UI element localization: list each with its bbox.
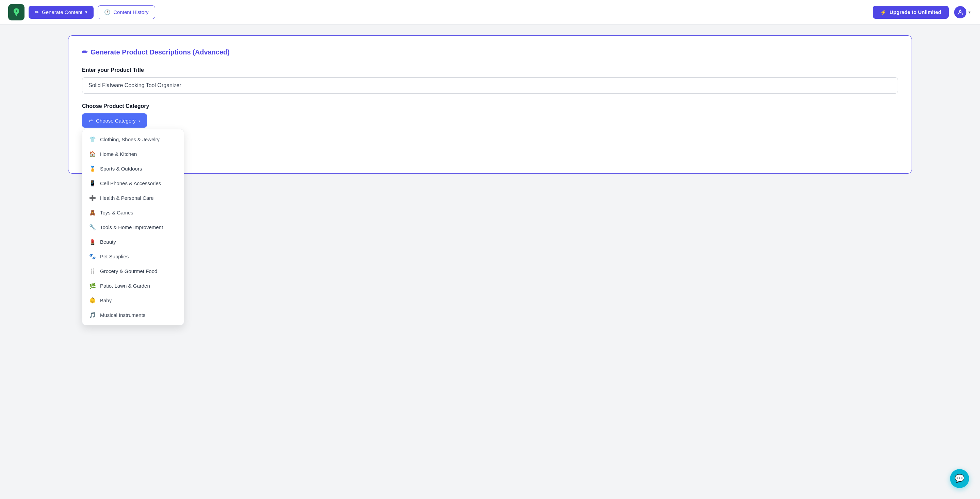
header-left: ✏ Generate Content ▾ 🕐 Content History xyxy=(8,4,873,21)
category-icon: 🍴 xyxy=(89,268,96,274)
category-icon: 🎵 xyxy=(89,312,96,318)
category-dropdown-item[interactable]: 👕Clothing, Shoes & Jewelry xyxy=(82,132,184,147)
category-label: Tools & Home Improvement xyxy=(100,224,163,230)
clock-icon: 🕐 xyxy=(104,9,111,15)
product-title-group: Enter your Product Title xyxy=(82,67,898,94)
app-logo xyxy=(8,4,24,21)
choose-category-label: Choose Category xyxy=(96,118,136,124)
product-category-label: Choose Product Category xyxy=(82,103,898,109)
category-dropdown-item[interactable]: 🍴Grocery & Gourmet Food xyxy=(82,264,184,279)
category-icon: 📱 xyxy=(89,180,96,187)
category-icon: 🐾 xyxy=(89,253,96,260)
avatar xyxy=(954,6,966,18)
category-dropdown-item[interactable]: 💄Beauty xyxy=(82,234,184,249)
category-dropdown-item[interactable]: 📱Cell Phones & Accessories xyxy=(82,176,184,191)
category-label: Grocery & Gourmet Food xyxy=(100,268,157,274)
category-label: Patio, Lawn & Garden xyxy=(100,283,150,289)
category-icon: 🔧 xyxy=(89,224,96,230)
category-label: Home & Kitchen xyxy=(100,151,137,157)
upgrade-button[interactable]: ⚡ Upgrade to Unlimited xyxy=(873,6,949,19)
card-pencil-icon: ✏ xyxy=(82,48,88,56)
choose-category-button[interactable]: ⇌ Choose Category › xyxy=(82,113,147,128)
chat-icon: 💬 xyxy=(955,474,965,483)
category-dropdown-item[interactable]: 🎵Musical Instruments xyxy=(82,308,184,322)
product-description-card: ✏ Generate Product Descriptions (Advance… xyxy=(68,35,912,174)
product-title-input[interactable] xyxy=(82,77,898,94)
category-label: Baby xyxy=(100,298,111,303)
category-dropdown-item[interactable]: 🔧Tools & Home Improvement xyxy=(82,220,184,234)
main-content: ✏ Generate Product Descriptions (Advance… xyxy=(0,24,980,185)
pencil-icon: ✏ xyxy=(35,9,39,15)
filter-icon: ⇌ xyxy=(89,118,93,124)
category-icon: 🏅 xyxy=(89,166,96,172)
arrow-icon: › xyxy=(138,118,140,124)
content-history-label: Content History xyxy=(113,9,148,15)
svg-point-0 xyxy=(959,11,961,12)
category-dropdown-item[interactable]: 🏠Home & Kitchen xyxy=(82,147,184,161)
user-menu-button[interactable]: ▾ xyxy=(953,5,972,20)
category-label: Toys & Games xyxy=(100,210,134,215)
category-dropdown-item[interactable]: ➕Health & Personal Care xyxy=(82,191,184,205)
category-dropdown: 👕Clothing, Shoes & Jewelry🏠Home & Kitche… xyxy=(82,129,184,325)
product-title-label: Enter your Product Title xyxy=(82,67,898,73)
category-icon: ➕ xyxy=(89,195,96,201)
category-icon: 🧸 xyxy=(89,209,96,216)
generate-content-button[interactable]: ✏ Generate Content ▾ xyxy=(29,6,94,19)
category-label: Pet Supplies xyxy=(100,253,129,259)
generate-content-label: Generate Content xyxy=(42,9,82,15)
category-icon: 🏠 xyxy=(89,151,96,157)
category-dropdown-item[interactable]: 🏅Sports & Outdoors xyxy=(82,161,184,176)
upgrade-label: Upgrade to Unlimited xyxy=(889,9,941,15)
category-icon: 💄 xyxy=(89,239,96,245)
category-icon: 👶 xyxy=(89,297,96,304)
lightning-icon: ⚡ xyxy=(880,9,887,15)
category-label: Beauty xyxy=(100,239,116,245)
category-label: Cell Phones & Accessories xyxy=(100,180,161,186)
header: ✏ Generate Content ▾ 🕐 Content History ⚡… xyxy=(0,0,980,24)
content-history-button[interactable]: 🕐 Content History xyxy=(98,5,155,19)
category-label: Sports & Outdoors xyxy=(100,166,142,172)
category-dropdown-item[interactable]: 🌿Patio, Lawn & Garden xyxy=(82,279,184,293)
chevron-down-icon: ▾ xyxy=(85,10,88,14)
header-right: ⚡ Upgrade to Unlimited ▾ xyxy=(873,5,972,20)
category-dropdown-item[interactable]: 🧸Toys & Games xyxy=(82,205,184,220)
category-dropdown-item[interactable]: 👶Baby xyxy=(82,293,184,308)
chat-fab-button[interactable]: 💬 xyxy=(950,469,969,488)
category-label: Health & Personal Care xyxy=(100,195,154,201)
category-dropdown-item[interactable]: 🐾Pet Supplies xyxy=(82,249,184,264)
product-category-group: Choose Product Category ⇌ Choose Categor… xyxy=(82,103,898,128)
category-label: Musical Instruments xyxy=(100,312,145,318)
category-icon: 👕 xyxy=(89,136,96,143)
card-title: ✏ Generate Product Descriptions (Advance… xyxy=(82,48,898,56)
chevron-down-icon: ▾ xyxy=(969,10,970,14)
category-label: Clothing, Shoes & Jewelry xyxy=(100,137,159,142)
category-icon: 🌿 xyxy=(89,282,96,289)
